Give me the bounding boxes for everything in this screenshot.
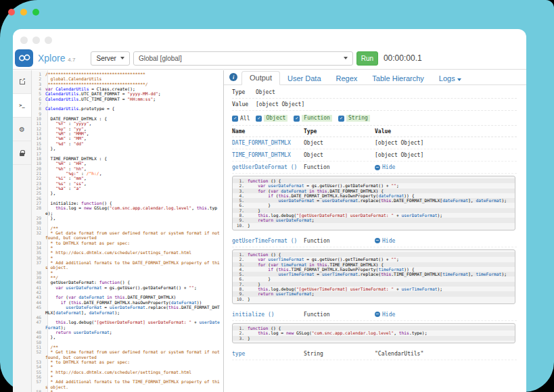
filter-object[interactable]: ✓Object <box>256 115 287 122</box>
tool-sidebar: ↗ >_ ⚙ <box>13 70 32 392</box>
editor-line: 37 * Add additional formats to the DATE_… <box>32 260 223 270</box>
line-number: 7 <box>32 101 45 106</box>
cell-value: [object Object] <box>375 152 517 158</box>
line-number: 34 <box>32 245 45 250</box>
editor-line: 44 if (this.DATE_FORMAT_DHTMLX.hasOwnPro… <box>32 300 223 305</box>
editor-line: 40 getUserDateFormat: function() { <box>32 280 223 285</box>
server-scope-dropdown[interactable]: Server <box>91 51 129 66</box>
editor-line: 9 <box>32 112 223 116</box>
editor-line: 54 * <box>32 364 223 369</box>
line-number: 29 <box>32 216 45 220</box>
tab-table-hierarchy[interactable]: Table Hierarchy <box>365 72 431 85</box>
editor-line: 1/************************************** <box>32 72 223 76</box>
editor-line: 46 <box>32 315 223 320</box>
line-number: 8. <box>233 287 248 291</box>
property-name-link[interactable]: getUserTimeFormat () <box>232 238 304 244</box>
run-button[interactable]: Run <box>356 51 378 66</box>
editor-line: 15 "%d" : "dd" <box>32 141 223 146</box>
line-number: 23 <box>32 181 45 186</box>
editor-line: 57 * Add additional formats to the TIME_… <box>32 379 223 389</box>
editor-line: 17 <box>32 151 223 156</box>
line-number: 2. <box>233 183 248 188</box>
editor-line: 50 <box>32 340 223 345</box>
line-number: 6 <box>32 97 45 101</box>
property-name-link[interactable]: initialize () <box>232 312 304 318</box>
summary-row: Value[object Object] <box>232 99 517 111</box>
code-editor[interactable]: 1/**************************************… <box>32 70 224 392</box>
line-number: 6. <box>233 203 248 207</box>
line-number: 10 <box>32 116 45 121</box>
line-number: 7. <box>233 282 248 287</box>
editor-line: 23 "%s" : "ss", <box>32 181 223 186</box>
sidebar-item-security[interactable] <box>13 141 31 165</box>
checkbox-checked-icon[interactable]: ✓ <box>294 116 300 122</box>
external-link-icon: ↗ <box>20 79 25 84</box>
property-name-link[interactable]: getUserDateFormat () <box>232 164 304 170</box>
line-number: 48 <box>32 330 45 335</box>
filter-all[interactable]: ✓All <box>232 116 250 122</box>
tab-logs[interactable]: Logs <box>432 72 469 85</box>
property-name-link[interactable]: DATE_FORMAT_DHTMLX <box>232 140 304 146</box>
sidebar-item-settings[interactable]: ⚙ <box>13 118 31 141</box>
hide-toggle-link[interactable]: −Hide <box>375 238 517 244</box>
line-number: 17 <box>32 151 45 156</box>
table-row: TIME_FORMAT_DHTMLXObject[object Object] <box>232 149 517 162</box>
sidebar-item-script-editor[interactable]: >_ <box>13 94 31 118</box>
line-number: 43 <box>32 295 45 299</box>
checkbox-checked-icon[interactable]: ✓ <box>232 116 238 122</box>
line-number: 37 <box>32 260 45 270</box>
collapse-icon: − <box>375 312 380 317</box>
editor-line: 55 * http://docs.dhtmlx.com/scheduler/se… <box>32 370 223 374</box>
app-version: 4.7 <box>68 57 75 63</box>
editor-line: 26 <box>32 196 223 201</box>
filter-string[interactable]: ✓String <box>338 115 370 122</box>
table-row: DATE_FORMAT_DHTMLXObject[object Object] <box>232 137 517 149</box>
filter-function[interactable]: ✓Function <box>294 115 332 122</box>
app-title: Xplore 4.7 <box>38 53 75 64</box>
line-number: 21 <box>32 171 45 176</box>
summary-value: [object Object] <box>256 101 304 107</box>
zoom-traffic-light[interactable] <box>32 9 39 16</box>
summary-row: TypeObject <box>232 87 517 99</box>
column-header: Value <box>375 128 517 134</box>
cell-type: Function <box>304 238 375 244</box>
output-summary: TypeObjectValue[object Object] <box>232 87 517 111</box>
summary-value: Object <box>256 89 275 95</box>
close-traffic-light[interactable] <box>8 9 15 16</box>
tab-output[interactable]: Output <box>241 71 280 85</box>
tab-regex[interactable]: Regex <box>329 72 365 85</box>
hide-toggle-link[interactable]: −Hide <box>375 312 517 318</box>
minimize-traffic-light[interactable] <box>20 9 27 16</box>
editor-line: 56 * <box>32 374 223 379</box>
target-scope-select[interactable]: Global [global] <box>133 51 353 66</box>
sidebar-item-open-window[interactable]: ↗ <box>13 70 31 94</box>
info-icon[interactable]: i <box>229 73 237 81</box>
source-line: 6. } <box>233 276 515 281</box>
line-number: 1. <box>233 326 248 330</box>
source-line: 3. for (var dateFormat in this.DATE_FORM… <box>233 189 515 193</box>
window-dot <box>20 36 28 44</box>
line-number: 49 <box>32 335 45 339</box>
checkbox-checked-icon[interactable]: ✓ <box>338 116 344 122</box>
editor-line: 45 userDateFormat = userDateFormat.repla… <box>32 305 223 315</box>
editor-line: 4var CalendarUtils = Class.create(); <box>32 87 223 91</box>
property-name-link[interactable]: type <box>232 351 304 357</box>
line-number: 19 <box>32 161 45 166</box>
source-line: 2. var userDateFormat = gs.getUser().get… <box>233 183 515 188</box>
editor-line: 52 * Get time format from user defined f… <box>32 349 223 360</box>
editor-line: 34 * <box>32 245 223 250</box>
editor-line: 7 <box>32 101 223 106</box>
checkbox-checked-icon[interactable]: ✓ <box>256 116 262 122</box>
tab-user-data[interactable]: User Data <box>280 72 329 85</box>
property-name-link[interactable]: TIME_FORMAT_DHTMLX <box>232 152 304 158</box>
hide-toggle-link[interactable]: −Hide <box>375 164 517 170</box>
line-number: 54 <box>32 364 45 369</box>
results-table-header: Name Type Value <box>232 126 517 137</box>
function-source-block: 1.function () {2. var userTimeFormat = g… <box>232 249 515 304</box>
line-number: 6. <box>233 276 248 281</box>
terminal-icon: >_ <box>19 103 24 108</box>
editor-line: 3 **************************************… <box>32 82 223 87</box>
chevron-down-icon <box>120 57 124 59</box>
cell-type: Object <box>304 140 375 146</box>
function-source-block: 1.function () {2. this.log = new GSLog("… <box>232 323 515 343</box>
